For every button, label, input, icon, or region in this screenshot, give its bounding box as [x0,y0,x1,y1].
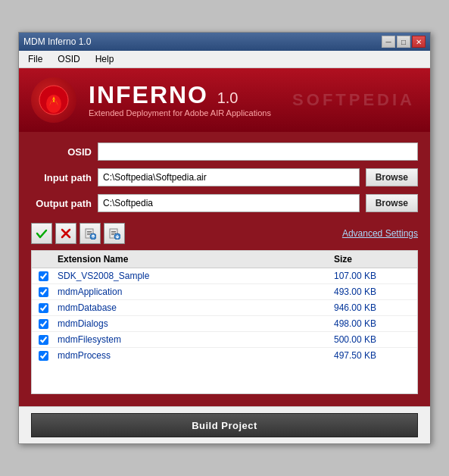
menu-osid[interactable]: OSID [51,52,86,66]
footer: Build Project [19,406,430,443]
checkmark-button[interactable] [31,223,52,244]
table-row: mdmDialogs 498.00 KB [32,316,417,332]
header-text: INFERNO 1.0 Extended Deployment for Adob… [89,83,271,117]
row-checkbox-cell [32,287,55,297]
minimize-button[interactable]: ─ [382,36,395,48]
row-extension-name: mdmApplication [55,287,334,297]
export-button[interactable] [80,223,101,244]
row-extension-size: 498.00 KB [334,318,417,329]
app-name: INFERNO [89,81,208,108]
toolbar-row: Advanced Settings [31,220,418,244]
table-row: mdmProcess 497.50 KB [32,348,417,363]
input-browse-button[interactable]: Browse [366,168,418,186]
row-extension-name: mdmFilesystem [55,334,334,345]
advanced-settings-link[interactable]: Advanced Settings [342,228,418,239]
svg-rect-3 [87,231,92,232]
svg-rect-11 [111,234,114,235]
menu-file[interactable]: File [22,52,48,66]
row-checkbox-0[interactable] [39,271,48,281]
osid-input[interactable] [98,142,418,161]
window-title: MDM Inferno 1.0 [23,36,91,47]
output-path-row: Output path Browse [31,194,418,212]
osid-row: OSID [31,142,418,161]
input-path-row: Input path Browse [31,168,418,186]
th-size: Size [334,254,417,265]
row-extension-size: 493.00 KB [334,287,417,297]
output-browse-button[interactable]: Browse [366,194,418,212]
import-button[interactable] [104,223,125,244]
svg-rect-4 [87,233,92,233]
menu-help[interactable]: Help [89,52,120,66]
app-subtitle: Extended Deployment for Adobe AIR Applic… [89,108,271,117]
row-extension-size: 107.00 KB [334,271,417,281]
table-row: mdmApplication 493.00 KB [32,284,417,300]
row-checkbox-cell [32,351,55,361]
row-checkbox-cell [32,335,55,345]
row-extension-name: mdmDatabase [55,302,334,313]
row-extension-name: mdmProcess [55,350,334,361]
window-controls: ─ □ ✕ [382,36,426,48]
row-extension-name: mdmDialogs [55,318,334,329]
empty-rows [32,363,417,393]
row-checkbox-4[interactable] [39,335,48,345]
input-path-input[interactable] [98,168,360,186]
svg-rect-9 [111,231,116,232]
watermark: SOFTPEDIA [292,90,415,110]
row-checkbox-cell [32,271,55,281]
main-content: OSID Input path Browse Output path Brows… [19,132,430,406]
row-extension-size: 497.50 KB [334,350,417,361]
table-body: SDK_VS2008_Sample 107.00 KB mdmApplicati… [32,268,417,363]
table-row: mdmFilesystem 500.00 KB [32,332,417,348]
close-button[interactable]: ✕ [412,36,426,48]
main-window: MDM Inferno 1.0 ─ □ ✕ File OSID Help INF… [18,32,431,444]
svg-rect-10 [111,233,116,233]
row-extension-size: 946.00 KB [334,302,417,313]
output-path-input[interactable] [98,194,360,212]
menubar: File OSID Help [19,51,430,68]
row-extension-name: SDK_VS2008_Sample [55,271,334,281]
app-version: 1.0 [217,89,239,106]
maximize-button[interactable]: □ [397,36,410,48]
table-row: mdmDatabase 946.00 KB [32,300,417,316]
table-row: SDK_VS2008_Sample 107.00 KB [32,268,417,284]
osid-label: OSID [31,146,92,158]
svg-rect-5 [87,234,90,235]
extensions-table: Extension Name Size SDK_VS2008_Sample 10… [31,250,418,394]
app-name-line: INFERNO 1.0 [89,83,271,107]
cancel-button[interactable] [55,223,76,244]
row-extension-size: 500.00 KB [334,334,417,345]
row-checkbox-cell [32,303,55,313]
titlebar: MDM Inferno 1.0 ─ □ ✕ [19,33,430,51]
row-checkbox-1[interactable] [39,287,48,297]
input-path-label: Input path [31,172,92,183]
table-header: Extension Name Size [32,251,417,268]
row-checkbox-2[interactable] [39,303,48,313]
toolbar-buttons [31,223,125,244]
header-banner: INFERNO 1.0 Extended Deployment for Adob… [19,68,430,132]
row-checkbox-3[interactable] [39,319,48,329]
th-extension-name: Extension Name [55,254,334,265]
th-check [32,254,55,265]
app-logo [31,77,76,123]
build-project-button[interactable]: Build Project [31,413,418,437]
output-path-label: Output path [31,198,92,209]
row-checkbox-5[interactable] [39,351,48,361]
row-checkbox-cell [32,319,55,329]
form-section: OSID Input path Browse Output path Brows… [31,142,418,212]
